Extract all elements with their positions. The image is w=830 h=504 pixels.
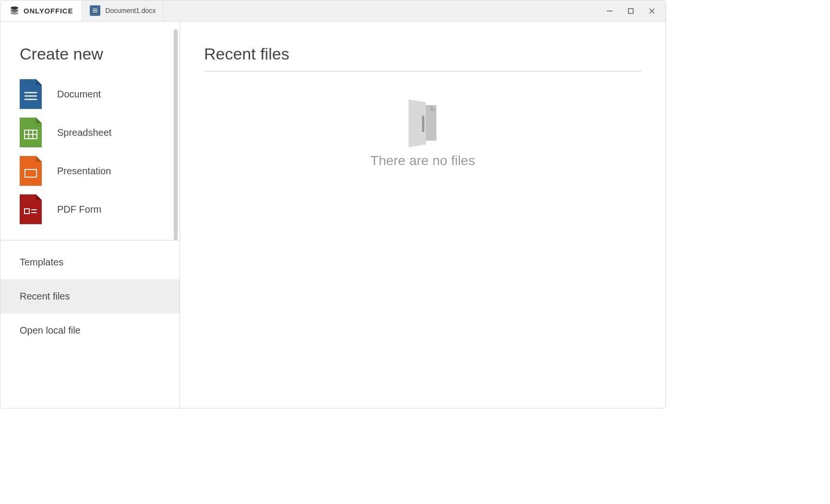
create-presentation[interactable]: Presentation [20, 152, 170, 190]
svg-point-2 [11, 12, 19, 15]
create-document[interactable]: Document [20, 75, 170, 113]
app-name: ONLYOFFICE [24, 7, 73, 15]
titlebar-tabs: ONLYOFFICE Document1.docx [0, 0, 599, 21]
document-tab-label: Document1.docx [105, 7, 156, 14]
create-spreadsheet-label: Spreadsheet [57, 127, 111, 138]
close-button[interactable] [641, 0, 662, 22]
create-pdf-form-label: PDF Form [57, 204, 101, 215]
main-heading: Recent files [204, 45, 641, 71]
spreadsheet-icon [20, 118, 42, 147]
sidebar-scrollbar[interactable] [174, 29, 178, 240]
sidebar-nav: Templates Recent files Open local file [0, 240, 180, 348]
empty-folder-icon [404, 99, 442, 147]
onlyoffice-logo-icon [9, 5, 20, 16]
nav-templates[interactable]: Templates [0, 245, 180, 279]
create-new-heading: Create new [0, 45, 180, 75]
create-pdf-form[interactable]: PDF Form [20, 190, 170, 228]
main-panel: Recent files There are no files [180, 22, 665, 408]
empty-state-label: There are no files [371, 153, 475, 168]
maximize-button[interactable] [620, 0, 641, 22]
nav-templates-label: Templates [20, 257, 63, 267]
home-tab[interactable]: ONLYOFFICE [0, 0, 82, 21]
nav-recent-files[interactable]: Recent files [0, 279, 180, 313]
nav-recent-files-label: Recent files [20, 291, 70, 301]
minimize-button[interactable] [599, 0, 620, 22]
nav-open-local-file-label: Open local file [20, 325, 81, 336]
create-presentation-label: Presentation [57, 166, 111, 177]
svg-rect-7 [628, 9, 633, 13]
create-new-list: Document Spreadsheet Presentation [0, 75, 180, 240]
svg-rect-23 [422, 116, 424, 132]
presentation-icon [20, 156, 42, 186]
create-document-label: Document [57, 89, 101, 100]
window-controls [599, 0, 665, 21]
document-file-icon [90, 5, 100, 16]
document-icon [20, 79, 42, 109]
empty-state: There are no files [204, 99, 641, 168]
document-tab[interactable]: Document1.docx [82, 0, 164, 21]
titlebar: ONLYOFFICE Document1.docx [0, 0, 665, 22]
create-spreadsheet[interactable]: Spreadsheet [20, 113, 170, 152]
svg-point-0 [11, 7, 19, 10]
svg-point-1 [11, 9, 19, 12]
sidebar: Create new Document Spreadsheet [0, 22, 180, 408]
main-heading-rule [204, 71, 641, 72]
nav-open-local-file[interactable]: Open local file [0, 313, 180, 348]
pdf-form-icon [20, 194, 42, 224]
